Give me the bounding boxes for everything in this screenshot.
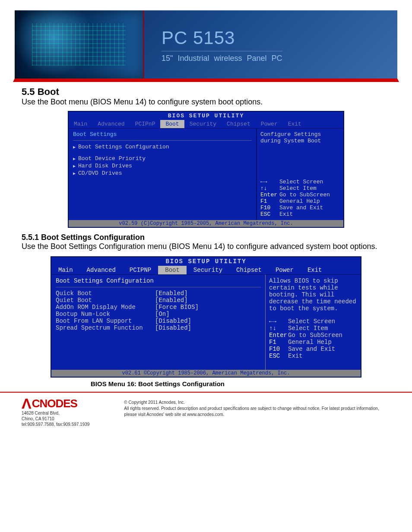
bios-tab-security[interactable]: Security bbox=[184, 120, 222, 128]
bios-menu-item[interactable]: ▶CD/DVD Drives bbox=[73, 170, 252, 177]
bios-tab-power[interactable]: Power bbox=[269, 266, 301, 274]
banner-graphic bbox=[15, 10, 144, 79]
figure-caption: BIOS Menu 16: Boot Settings Configuratio… bbox=[91, 380, 390, 387]
company-address-1: 14628 Central Blvd, bbox=[22, 410, 89, 416]
bios-setting-value: [On] bbox=[155, 311, 170, 318]
bios-menu-item[interactable]: ▶Boot Device Priority bbox=[73, 155, 252, 162]
copyright-block: © Copyright 2011 Acnodes, Inc. All right… bbox=[124, 397, 390, 418]
bios-setting-value: [Disabled] bbox=[155, 324, 191, 331]
bios-help-text: Configure Settings during System Boot bbox=[260, 131, 340, 144]
bios-setting-row[interactable]: Spread Spectrum Function[Disabled] bbox=[56, 324, 261, 331]
bios-tab-exit[interactable]: Exit bbox=[301, 266, 329, 274]
bios-panel-heading: Boot Settings bbox=[73, 131, 252, 138]
bios-setting-row[interactable]: Quiet Boot[Enabled] bbox=[56, 297, 261, 304]
company-address-2: Chino, CA 91710 bbox=[22, 416, 89, 422]
bios-title: BIOS SETUP UTILITY bbox=[69, 112, 343, 120]
bios-setting-label: Quiet Boot bbox=[56, 297, 155, 304]
subsection-intro: Use the Boot Settings Configuration menu… bbox=[22, 242, 390, 251]
submenu-arrow-icon: ▶ bbox=[73, 156, 76, 161]
bios-copyright: v02.59 (C)Copyright 1985-2005, American … bbox=[69, 220, 343, 227]
bios-setting-label: Spread Spectrum Function bbox=[56, 324, 155, 331]
bios-help-key: ←→Select Screen bbox=[260, 179, 340, 185]
subsection-heading: 5.5.1 Boot Settings Configuration bbox=[22, 233, 390, 242]
section-heading: 5.5 Boot bbox=[22, 86, 390, 98]
product-banner: PC 5153 15" Industrial wireless Panel PC bbox=[13, 9, 399, 82]
bios-help-key: ESCExit bbox=[269, 353, 357, 359]
divider bbox=[56, 287, 261, 287]
bios-setting-row[interactable]: Boot From LAN Support[Disabled] bbox=[56, 318, 261, 324]
bios-menu-item-label: Hard Disk Drives bbox=[78, 163, 132, 169]
bios-help-panel: Configure Settings during System Boot ←→… bbox=[257, 129, 343, 220]
bios-help-key: ←→Select Screen bbox=[269, 318, 357, 325]
bios-title: BIOS SETUP UTILITY bbox=[51, 257, 361, 266]
bios-setting-label: Boot From LAN Support bbox=[56, 318, 155, 324]
product-name: PC 5153 bbox=[162, 28, 282, 48]
bios-menu-item[interactable]: ▶Hard Disk Drives bbox=[73, 162, 252, 170]
bios-help-key: EnterGo to SubScreen bbox=[260, 192, 340, 198]
bios-setting-label: Bootup Num-Lock bbox=[56, 311, 155, 318]
bios-tab-security[interactable]: Security bbox=[187, 266, 229, 274]
submenu-arrow-icon: ▶ bbox=[73, 145, 76, 150]
bios-help-key: ↑↓Select Item bbox=[260, 185, 340, 192]
page-footer: Λ CNODES 14628 Central Blvd, Chino, CA 9… bbox=[0, 392, 412, 440]
submenu-arrow-icon: ▶ bbox=[73, 171, 76, 176]
bios-help-key: F1General Help bbox=[260, 198, 340, 205]
submenu-arrow-icon: ▶ bbox=[73, 164, 76, 169]
bios-help-key: EnterGo to SubScreen bbox=[269, 332, 357, 339]
bios-tabs: MainAdvancedPCIPNPBootSecurityChipsetPow… bbox=[51, 266, 361, 275]
bios-tab-power[interactable]: Power bbox=[256, 120, 283, 128]
bios-setting-row[interactable]: AddOn ROM Display Mode[Force BIOS] bbox=[56, 304, 261, 311]
bios-help-text: Allows BIOS to skip certain tests while … bbox=[269, 277, 357, 312]
bios-tab-advanced[interactable]: Advanced bbox=[80, 266, 123, 274]
bios-screenshot-boot: BIOS SETUP UTILITY MainAdvancedPCIPnPBoo… bbox=[68, 111, 344, 228]
bios-help-key: ↑↓Select Item bbox=[269, 325, 357, 332]
bios-tab-boot[interactable]: Boot bbox=[160, 120, 184, 128]
bios-tab-pcipnp[interactable]: PCIPNP bbox=[123, 266, 158, 274]
bios-tab-chipset[interactable]: Chipset bbox=[229, 266, 269, 274]
bios-tab-main[interactable]: Main bbox=[51, 266, 80, 274]
bios-panel-heading: Boot Settings Configuration bbox=[56, 277, 261, 284]
bios-help-panel: Allows BIOS to skip certain tests while … bbox=[266, 275, 361, 370]
logo-text: CNODES bbox=[32, 397, 77, 410]
bios-help-key: ESCExit bbox=[260, 211, 340, 217]
bios-menu-item[interactable]: ▶Boot Settings Configuration bbox=[73, 143, 252, 151]
bios-tab-pcipnp[interactable]: PCIPnP bbox=[130, 120, 161, 128]
bios-setting-label: AddOn ROM Display Mode bbox=[56, 304, 155, 311]
bios-left-panel: Boot Settings ▶Boot Settings Configurati… bbox=[69, 129, 257, 220]
bios-help-key: F1General Help bbox=[269, 339, 357, 346]
bios-help-key: F10Save and Exit bbox=[260, 205, 340, 211]
bios-setting-row[interactable]: Quick Boot[Enabled] bbox=[56, 290, 261, 297]
bios-help-key: F10Save and Exit bbox=[269, 346, 357, 353]
section-intro: Use the Boot menu (BIOS Menu 14) to conf… bbox=[22, 98, 390, 107]
company-logo-block: Λ CNODES 14628 Central Blvd, Chino, CA 9… bbox=[22, 397, 89, 427]
bios-tab-advanced[interactable]: Advanced bbox=[92, 120, 130, 128]
bios-tab-chipset[interactable]: Chipset bbox=[222, 120, 256, 128]
bios-setting-row[interactable]: Bootup Num-Lock[On] bbox=[56, 311, 261, 318]
bios-menu-item-label: Boot Device Priority bbox=[78, 155, 146, 162]
product-subtitle: 15" Industrial wireless Panel PC bbox=[162, 51, 282, 63]
bios-setting-value: [Force BIOS] bbox=[155, 304, 199, 311]
bios-left-panel: Boot Settings Configuration Quick Boot[E… bbox=[51, 275, 266, 370]
bios-setting-value: [Disabled] bbox=[155, 318, 191, 324]
bios-copyright: v02.61 ©Copyright 1985-2006, American Me… bbox=[51, 370, 361, 377]
bios-menu-item-label: Boot Settings Configuration bbox=[78, 144, 169, 150]
bios-setting-value: [Enabled] bbox=[155, 297, 188, 304]
logo-mark: Λ bbox=[22, 398, 31, 409]
bios-tab-boot[interactable]: Boot bbox=[158, 266, 187, 274]
company-phone: tel:909.597.7588, fax:909.597.1939 bbox=[22, 422, 89, 427]
divider bbox=[73, 140, 252, 141]
bios-tab-exit[interactable]: Exit bbox=[283, 120, 307, 128]
bios-setting-value: [Enabled] bbox=[155, 290, 188, 297]
bios-setting-label: Quick Boot bbox=[56, 290, 155, 297]
bios-tabs: MainAdvancedPCIPnPBootSecurityChipsetPow… bbox=[69, 120, 343, 129]
banner-title-block: PC 5153 15" Industrial wireless Panel PC bbox=[162, 28, 282, 63]
bios-menu-item-label: CD/DVD Drives bbox=[78, 170, 122, 176]
acnodes-logo: Λ CNODES bbox=[22, 397, 89, 410]
bios-tab-main[interactable]: Main bbox=[69, 120, 92, 128]
bios-screenshot-boot-settings: BIOS SETUP UTILITY MainAdvancedPCIPNPBoo… bbox=[51, 256, 361, 378]
